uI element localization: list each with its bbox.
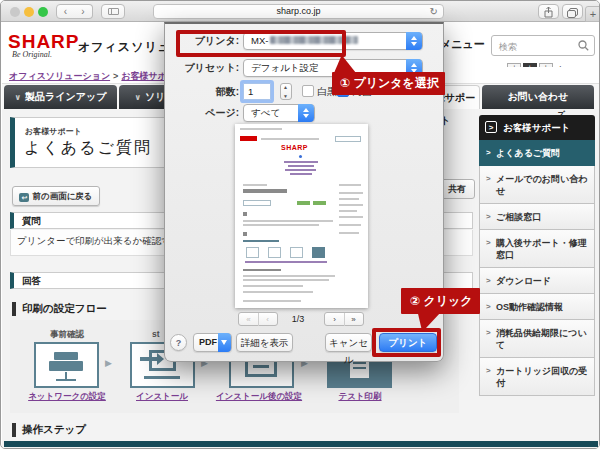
chevron-right-icon: > — [486, 211, 491, 223]
page-forward-buttons[interactable]: ›» — [324, 312, 364, 326]
sidebar-item-consultation[interactable]: >ご相談窓口 — [479, 204, 595, 230]
sidebar-item-label: ダウンロード — [496, 276, 551, 286]
sidebar-item-label: 購入後サポート・修理窓口 — [496, 238, 587, 260]
printer-icon — [49, 361, 83, 371]
tab-overview-button[interactable] — [562, 4, 583, 19]
breadcrumb-link-office[interactable]: オフィスソリューション — [9, 71, 110, 81]
sidebar-item-supplies[interactable]: >消耗品供給期限について — [479, 320, 595, 358]
nav-tab-contact[interactable]: お問い合わせ — [482, 85, 594, 109]
minimize-window-button[interactable] — [24, 7, 34, 17]
black-white-checkbox[interactable] — [302, 85, 314, 97]
next-page-button[interactable]: › — [326, 313, 344, 326]
network-setup-link[interactable]: ネットワークの設定 — [17, 391, 117, 403]
return-icon: ↩ — [19, 193, 29, 202]
chevron-right-icon: > — [486, 275, 491, 287]
address-bar[interactable]: sharp.co.jp↻ — [153, 4, 444, 19]
printer-icon — [54, 352, 78, 360]
copies-label: 部数: — [165, 85, 239, 99]
return-previous-screen-button[interactable]: ↩前の画面に戻る — [12, 186, 100, 206]
dropdown-arrow-icon — [218, 333, 231, 352]
drawer-icon — [253, 365, 269, 368]
sidebar-item-label: カートリッジ回収の受付 — [496, 366, 587, 388]
search-placeholder: 検索 — [499, 41, 517, 54]
page-share-button[interactable]: 共有 — [439, 179, 475, 199]
close-window-button[interactable] — [10, 7, 20, 17]
support-sidebar: >お客様サポート >よくあるご質問 >メールでのお問い合わせ >ご相談窓口 >購… — [479, 115, 595, 396]
sidebar-header: >お客様サポート — [479, 115, 595, 140]
sidebar-toggle-button[interactable] — [101, 4, 125, 19]
flow-pre-check-label: 事前確認 — [50, 329, 84, 341]
install-link[interactable]: インストール — [112, 391, 212, 403]
preview-sharp-logo: SHARP — [281, 144, 308, 151]
sidebar-item-download[interactable]: >ダウンロード — [479, 268, 595, 294]
last-page-button[interactable]: » — [344, 313, 363, 326]
chevron-right-icon: > — [486, 301, 491, 313]
network-setup-icon-box[interactable] — [34, 342, 99, 388]
page-title: よくあるご質問 — [24, 138, 152, 159]
flow-heading: 印刷の設定フロー — [12, 302, 107, 316]
tabs-icon — [567, 8, 578, 18]
nav-tab-products[interactable]: ∨製品ラインアップ — [4, 85, 117, 109]
dropdown-stepper-icon — [406, 32, 422, 50]
help-button[interactable]: ? — [170, 334, 187, 351]
first-page-button[interactable]: « — [240, 313, 258, 326]
sidebar-item-repair[interactable]: >購入後サポート・修理窓口 — [479, 230, 595, 268]
sidebar-item-label: ご相談窓口 — [496, 212, 541, 222]
flow-step-label: st — [152, 329, 160, 339]
pages-select[interactable]: すべて — [243, 104, 315, 122]
show-details-button[interactable]: 詳細を表示 — [236, 333, 293, 352]
return-label: 前の画面に戻る — [32, 191, 92, 201]
sidebar-item-email-contact[interactable]: >メールでのお問い合わせ — [479, 166, 595, 204]
previous-page-button[interactable]: ‹ — [258, 313, 277, 326]
post-install-link[interactable]: インストール後の設定 — [209, 391, 309, 403]
sidebar-item-label: メールでのお問い合わせ — [496, 174, 587, 196]
new-tab-button[interactable]: + — [585, 6, 600, 22]
sidebar-item-label: よくあるご質問 — [496, 148, 560, 158]
chevron-down-icon: ∨ — [15, 93, 22, 102]
pdf-menu-button[interactable]: PDF — [193, 333, 232, 352]
share-icon — [544, 7, 553, 18]
annotation-box-print — [372, 328, 441, 357]
sidebar-item-label: 消耗品供給期限について — [496, 328, 587, 350]
page-title-eyebrow: お客様サポート — [25, 126, 82, 137]
browser-window: ‹ › sharp.co.jp↻ + SHARP Be Original. オフ… — [0, 0, 600, 449]
preset-label: プリセット: — [165, 61, 239, 75]
sidebar-item-cartridge[interactable]: >カートリッジ回収の受付 — [479, 358, 595, 396]
zoom-window-button[interactable] — [38, 7, 48, 17]
dropdown-stepper-icon — [298, 104, 314, 122]
chevron-down-icon: ∨ — [135, 93, 142, 102]
sidebar-item-os-compat[interactable]: >OS動作確認情報 — [479, 294, 595, 320]
share-button[interactable] — [538, 4, 559, 19]
page-indicator: 1/3 — [278, 314, 318, 324]
annotation-step2: ② クリック — [401, 288, 480, 314]
copies-stepper[interactable] — [280, 83, 292, 100]
chevron-right-icon: > — [485, 121, 497, 133]
annotation-box-printer — [176, 30, 346, 57]
flow-arrow-icon: ▶ — [105, 358, 112, 368]
chevron-right-icon: > — [486, 237, 491, 249]
annotation-step1: ① プリンタを選択 — [332, 72, 445, 95]
network-line — [65, 372, 67, 379]
install-icon — [144, 376, 180, 379]
install-arrow-icon — [140, 357, 158, 361]
sharp-logo-tagline: Be Original. — [12, 50, 52, 59]
test-print-link[interactable]: テスト印刷 — [310, 391, 410, 403]
cancel-button[interactable]: キャンセル — [325, 333, 372, 352]
sidebar-item-label: OS動作確認情報 — [496, 302, 563, 312]
chevron-right-icon: > — [486, 173, 491, 185]
sidebar-item-faq[interactable]: >よくあるご質問 — [479, 140, 595, 166]
preset-value: デフォルト設定 — [251, 62, 319, 73]
chevron-right-icon: > — [486, 365, 491, 377]
operation-steps-heading: 操作ステップ — [12, 423, 86, 437]
forward-button[interactable]: › — [74, 4, 93, 19]
pdf-label: PDF — [199, 334, 217, 351]
footer-bar — [4, 441, 598, 447]
pages-value: すべて — [251, 107, 280, 118]
back-button[interactable]: ‹ — [56, 4, 75, 19]
page-back-buttons[interactable]: «‹ — [238, 312, 278, 326]
chevron-right-icon: > — [486, 147, 491, 159]
reload-icon[interactable]: ↻ — [430, 5, 438, 18]
nav-tab-label: 製品ラインアップ — [25, 91, 106, 102]
copies-input[interactable]: 1 — [243, 83, 271, 100]
search-input[interactable]: 検索 — [491, 35, 595, 56]
